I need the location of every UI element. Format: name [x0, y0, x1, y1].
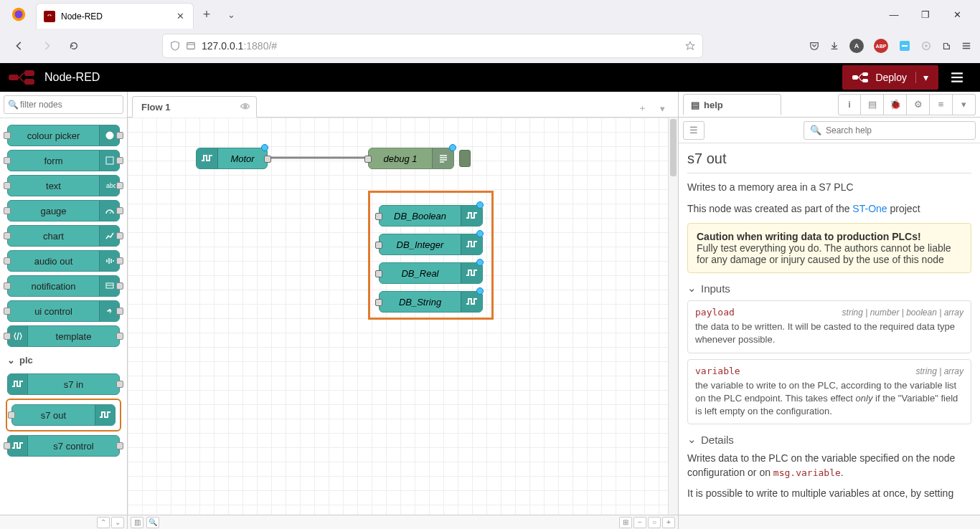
- sidebar-tab-help[interactable]: ▤ help: [683, 94, 781, 115]
- palette-filter: 🔍: [0, 92, 127, 118]
- zoom-in-button[interactable]: +: [662, 517, 675, 528]
- category-plc[interactable]: ⌄ plc: [4, 351, 123, 370]
- palette-node-text[interactable]: textabc: [7, 175, 120, 196]
- palette-node-s7-in[interactable]: s7 in: [7, 373, 120, 395]
- extension2-icon[interactable]: [921, 41, 931, 51]
- flow-tab[interactable]: Flow 1 👁: [132, 96, 257, 118]
- input-port[interactable]: [364, 156, 372, 163]
- navigator-icon[interactable]: ▥: [131, 517, 143, 528]
- input-port[interactable]: [375, 270, 382, 277]
- abp-badge-icon[interactable]: ABP: [874, 39, 888, 53]
- back-button[interactable]: [9, 35, 30, 57]
- zoom-out-button[interactable]: −: [633, 517, 646, 528]
- palette-node-label: text: [8, 181, 99, 191]
- zoom-reset-button[interactable]: ○: [648, 517, 661, 528]
- input-port[interactable]: [375, 213, 382, 220]
- input-variable: variablestring | array the variable to w…: [687, 359, 971, 425]
- url-box[interactable]: 127.0.0.1:1880/#: [162, 34, 703, 58]
- filter-nodes-input[interactable]: [4, 95, 123, 114]
- caution-body: Fully test everything you do. The author…: [697, 242, 951, 265]
- status-dot-icon: [476, 287, 484, 295]
- debug-toggle-button[interactable]: [459, 150, 471, 167]
- add-flow-button[interactable]: ＋: [633, 100, 651, 117]
- flow-menu-button[interactable]: ▾: [654, 100, 671, 117]
- details-p2: It is possible to write to multiple vari…: [687, 487, 971, 501]
- palette-node-template[interactable]: template: [7, 325, 120, 347]
- svg-rect-10: [9, 75, 19, 80]
- svg-point-19: [106, 132, 113, 139]
- chevron-down-icon: ⌄: [7, 355, 15, 366]
- input-port[interactable]: [375, 242, 382, 249]
- new-tab-button[interactable]: +: [197, 7, 217, 22]
- details-heading[interactable]: ⌄Details: [687, 433, 971, 446]
- account-badge-icon[interactable]: A: [849, 39, 864, 53]
- details-p1: Writes data to the PLC on the variable s…: [687, 452, 971, 480]
- window-controls: — ❐ ✕: [885, 9, 974, 20]
- palette-node-form[interactable]: form: [7, 150, 120, 171]
- node-db-integer[interactable]: DB_Integer: [379, 234, 483, 255]
- palette-node-gauge[interactable]: gauge: [7, 200, 120, 221]
- canvas-scrollbar[interactable]: [668, 118, 678, 515]
- search-icon[interactable]: 🔍: [146, 517, 159, 528]
- canvas[interactable]: Motor debug 1 DB_Boolean: [128, 118, 678, 515]
- pulse-icon: [461, 206, 482, 226]
- info-tab-button[interactable]: i: [838, 94, 861, 115]
- palette-node-s7-control[interactable]: s7 control: [7, 435, 120, 457]
- palette-node-ui-control[interactable]: ui control: [7, 300, 120, 322]
- context-tab-button[interactable]: ≡: [930, 94, 953, 115]
- maximize-icon[interactable]: ❐: [917, 9, 934, 20]
- deploy-icon: [852, 72, 868, 82]
- palette-node-audio-out[interactable]: audio out: [7, 250, 120, 272]
- map-icon[interactable]: ⊞: [619, 517, 632, 528]
- main-menu-button[interactable]: [943, 65, 971, 90]
- palette-node-label: notification: [8, 281, 99, 292]
- debug-tab-button[interactable]: 🐞: [884, 94, 907, 115]
- output-port[interactable]: [264, 156, 271, 163]
- collapse-up-icon[interactable]: ⌃: [97, 517, 110, 528]
- palette-list[interactable]: colour pickerformtextabcgaugechartaudio …: [0, 118, 127, 515]
- palette-node-s7-out[interactable]: s7 out: [11, 404, 116, 426]
- input-payload: payloadstring | number | boolean | array…: [687, 300, 971, 353]
- node-debug[interactable]: debug 1: [368, 148, 454, 169]
- caution-title: Caution when writing data to production …: [697, 231, 921, 242]
- help-tab-button[interactable]: ▤: [861, 94, 884, 115]
- tab-close-icon[interactable]: ✕: [174, 11, 186, 22]
- node-label: DB_String: [380, 297, 461, 308]
- app-menu-icon[interactable]: [961, 41, 971, 51]
- help-search[interactable]: 🔍: [804, 121, 976, 140]
- download-icon[interactable]: [829, 41, 839, 51]
- node-db-real[interactable]: DB_Real: [379, 262, 483, 284]
- palette-node-chart[interactable]: chart: [7, 225, 120, 247]
- deploy-button[interactable]: Deploy ▾: [842, 65, 938, 90]
- node-db-boolean[interactable]: DB_Boolean: [379, 205, 483, 227]
- inputs-heading[interactable]: ⌄Inputs: [687, 282, 971, 295]
- node-db-string[interactable]: DB_String: [379, 291, 483, 313]
- extensions-icon[interactable]: [941, 41, 951, 51]
- svg-point-6: [925, 44, 928, 47]
- tab-visibility-icon[interactable]: 👁: [240, 101, 250, 113]
- node-motor[interactable]: Motor: [196, 148, 268, 169]
- toc-button[interactable]: ☰: [683, 121, 705, 140]
- reload-button[interactable]: [63, 35, 85, 57]
- tabs-dropdown-icon[interactable]: ⌄: [217, 9, 245, 20]
- status-dot-icon: [261, 144, 268, 151]
- deploy-dropdown-icon[interactable]: ▾: [915, 72, 928, 83]
- workspace-tabs: Flow 1 👁 ＋ ▾: [128, 92, 678, 118]
- close-window-icon[interactable]: ✕: [948, 9, 966, 20]
- input-port[interactable]: [375, 299, 382, 306]
- palette-node-colour-picker[interactable]: colour picker: [7, 125, 120, 146]
- bookmark-star-icon[interactable]: [685, 41, 695, 51]
- pulse-icon: [8, 374, 28, 394]
- extension-icon[interactable]: [898, 39, 911, 52]
- help-search-input[interactable]: [826, 125, 969, 135]
- stone-link[interactable]: ST-One: [852, 203, 887, 214]
- help-content[interactable]: s7 out Writes to a memory area in a S7 P…: [679, 143, 980, 515]
- minimize-icon[interactable]: —: [885, 9, 903, 20]
- sidebar-menu-button[interactable]: ▾: [953, 94, 976, 115]
- pocket-icon[interactable]: [809, 41, 819, 51]
- palette-node-notification[interactable]: notification: [7, 275, 120, 297]
- expand-down-icon[interactable]: ⌄: [111, 517, 124, 528]
- config-tab-button[interactable]: ⚙: [907, 94, 930, 115]
- browser-tab[interactable]: Node-RED ✕: [36, 3, 194, 29]
- app-body: 🔍 colour pickerformtextabcgaugechartaudi…: [0, 92, 980, 515]
